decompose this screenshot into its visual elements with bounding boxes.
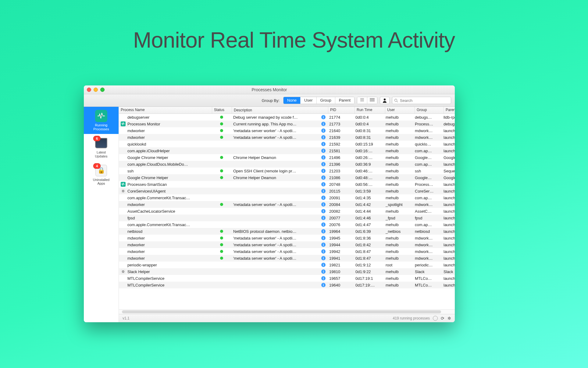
info-icon[interactable]: i bbox=[321, 182, 326, 186]
uninstalled-badge: 4 bbox=[93, 163, 101, 169]
process-user: root bbox=[384, 263, 413, 267]
info-icon[interactable]: i bbox=[321, 196, 326, 200]
table-row[interactable]: MTLCompilerServicei196400d17:19:…mehulbM… bbox=[119, 282, 455, 288]
info-icon[interactable]: i bbox=[321, 175, 326, 180]
col-header-status[interactable]: Status bbox=[212, 107, 232, 114]
process-group: MTLCo… bbox=[413, 276, 442, 281]
process-runtime: 0d1:4:35 bbox=[354, 196, 384, 200]
table-row[interactable]: mdworker'metadata server worker' - A spo… bbox=[119, 241, 455, 248]
table-row[interactable]: debugserverDebug server managed by xcode… bbox=[119, 114, 455, 121]
info-icon[interactable]: i bbox=[321, 209, 326, 213]
process-runtime: 0d0:8:31 bbox=[354, 128, 384, 133]
info-icon[interactable]: i bbox=[321, 216, 326, 220]
table-row[interactable]: mdworker'metadata server worker' - A spo… bbox=[119, 255, 455, 262]
sidebar-item-uninstalled-apps[interactable]: 🔒 4 UninstalledApps bbox=[84, 161, 119, 189]
titlebar: Processes Monitor bbox=[84, 85, 455, 94]
process-parent: launchd bbox=[442, 162, 455, 167]
info-icon[interactable]: i bbox=[321, 222, 326, 227]
info-icon[interactable]: i bbox=[321, 263, 326, 267]
view-list-left-button[interactable] bbox=[357, 97, 367, 104]
user-filter-button[interactable] bbox=[380, 97, 390, 104]
reload-button[interactable]: ⟳ bbox=[441, 316, 444, 321]
table-row[interactable]: AssetCacheLocatorServicei200820d1:4:44me… bbox=[119, 208, 455, 215]
info-icon[interactable]: i bbox=[321, 169, 326, 173]
process-icon bbox=[121, 128, 126, 133]
group-by-user-button[interactable]: User bbox=[301, 97, 316, 104]
col-header-pid[interactable]: PID bbox=[328, 107, 355, 114]
info-icon[interactable]: i bbox=[321, 202, 326, 207]
info-icon[interactable]: i bbox=[321, 115, 326, 119]
group-by-group-button[interactable]: Group bbox=[317, 97, 335, 104]
info-icon[interactable]: i bbox=[321, 155, 326, 160]
table-row[interactable]: mdworker'metadata server worker' - A spo… bbox=[119, 134, 455, 141]
view-mode-segmented bbox=[357, 97, 377, 104]
info-icon[interactable]: i bbox=[321, 162, 326, 166]
group-by-none-button[interactable]: None bbox=[283, 97, 301, 104]
table-row[interactable]: ⚙Slack Helperi198100d1:9:22mehulbSlackSl… bbox=[119, 268, 455, 275]
table-row[interactable]: Google Chrome HelperChrome Helper Deamon… bbox=[119, 154, 455, 161]
table-row[interactable]: mdworker'metadata server worker' - A spo… bbox=[119, 235, 455, 241]
table-row[interactable]: Processes-SmartScani207480d0:56:…mehulbP… bbox=[119, 181, 455, 188]
table-row[interactable]: sshOpen SSH Client (remote login pr…i212… bbox=[119, 168, 455, 174]
info-icon[interactable]: i bbox=[321, 283, 326, 287]
scrollbar-thumb[interactable] bbox=[122, 310, 441, 313]
info-icon[interactable]: i bbox=[321, 128, 326, 133]
process-parent: launchd bbox=[442, 149, 455, 153]
horizontal-scrollbar[interactable] bbox=[119, 309, 455, 314]
process-icon bbox=[121, 115, 126, 120]
info-icon[interactable]: i bbox=[321, 276, 326, 280]
process-user: mehulb bbox=[384, 142, 413, 146]
table-row[interactable]: com.apple.CommerceKit.Transac…i200910d1:… bbox=[119, 194, 455, 201]
info-icon[interactable]: i bbox=[321, 122, 326, 126]
info-icon[interactable]: i bbox=[321, 249, 326, 254]
group-by-parent-button[interactable]: Parent bbox=[335, 97, 354, 104]
process-group: debugs… bbox=[413, 115, 442, 120]
sidebar-item-running-processes[interactable]: RunningProcesses bbox=[84, 107, 119, 134]
table-row[interactable]: quicklookdi215920d0:15:19mehulbquicklo…l… bbox=[119, 141, 455, 147]
process-pid: 19944 bbox=[327, 243, 354, 247]
settings-gear-icon[interactable]: ✲ bbox=[447, 316, 451, 321]
table-row[interactable]: periodic-wrapperi198210d1:9:12rootperiod… bbox=[119, 262, 455, 268]
table-row[interactable]: fpsdi200770d1:4:46_fpsdfpsdlaunchd/Sy bbox=[119, 215, 455, 221]
table-row[interactable]: mdworker'metadata server worker' - A spo… bbox=[119, 248, 455, 255]
process-group: Slack bbox=[413, 269, 442, 274]
sidebar-item-latest-updates[interactable]: 6 LatestUpdates bbox=[84, 134, 119, 161]
process-description: 'metadata server worker' - A spotli… bbox=[233, 135, 320, 140]
process-runtime: 0d0:8:31 bbox=[354, 135, 384, 140]
table-row[interactable]: mdworker'metadata server worker' - A spo… bbox=[119, 201, 455, 208]
table-row[interactable]: com.apple.iCloudHelperi215810d0:16:…mehu… bbox=[119, 147, 455, 154]
table-row[interactable]: com.apple.CloudDocs.MobileDo…i213960d0:3… bbox=[119, 161, 455, 168]
process-parent: launchd bbox=[442, 142, 455, 146]
process-icon bbox=[121, 215, 126, 220]
info-icon[interactable]: i bbox=[321, 256, 326, 260]
table-row[interactable]: mdworker'metadata server worker' - A spo… bbox=[119, 127, 455, 134]
table-row[interactable]: Processes MonitorCurrent running app. Th… bbox=[119, 121, 455, 127]
col-header-group[interactable]: Group bbox=[415, 107, 444, 114]
table-row[interactable]: com.apple.CommerceKit.Transac…i200760d1:… bbox=[119, 221, 455, 228]
col-header-runtime[interactable]: Run Time bbox=[355, 107, 385, 114]
info-icon[interactable]: i bbox=[321, 243, 326, 247]
search-field[interactable] bbox=[392, 97, 451, 104]
process-icon bbox=[121, 155, 126, 160]
col-header-name[interactable]: Process Name bbox=[119, 107, 212, 114]
info-icon[interactable]: i bbox=[321, 135, 326, 139]
info-icon[interactable]: i bbox=[321, 236, 326, 240]
col-header-user[interactable]: User bbox=[385, 107, 415, 114]
table-row[interactable]: netbiosdNetBIOS protocol daemon. netbio…… bbox=[119, 228, 455, 235]
info-icon[interactable]: i bbox=[321, 142, 326, 146]
col-header-parent[interactable]: Parent bbox=[444, 107, 455, 114]
info-icon[interactable]: i bbox=[321, 269, 326, 274]
process-name: netbiosd bbox=[127, 229, 142, 234]
process-group: com.ap… bbox=[413, 196, 442, 200]
process-user: _spotlight bbox=[384, 202, 413, 207]
info-icon[interactable]: i bbox=[321, 229, 326, 233]
search-input[interactable] bbox=[399, 98, 443, 103]
table-row[interactable]: ⚙CoreServicesUIAgenti201150d1:3:59mehulb… bbox=[119, 188, 455, 194]
info-icon[interactable]: i bbox=[321, 149, 326, 153]
col-header-desc[interactable]: Description bbox=[232, 107, 328, 114]
table-row[interactable]: Google Chrome HelperChrome Helper Deamon… bbox=[119, 174, 455, 181]
info-icon[interactable]: i bbox=[321, 189, 326, 193]
process-user: _netbios bbox=[384, 229, 413, 234]
table-row[interactable]: MTLCompilerServicei196570d17:19:1mehulbM… bbox=[119, 275, 455, 282]
view-list-right-button[interactable] bbox=[367, 97, 377, 104]
